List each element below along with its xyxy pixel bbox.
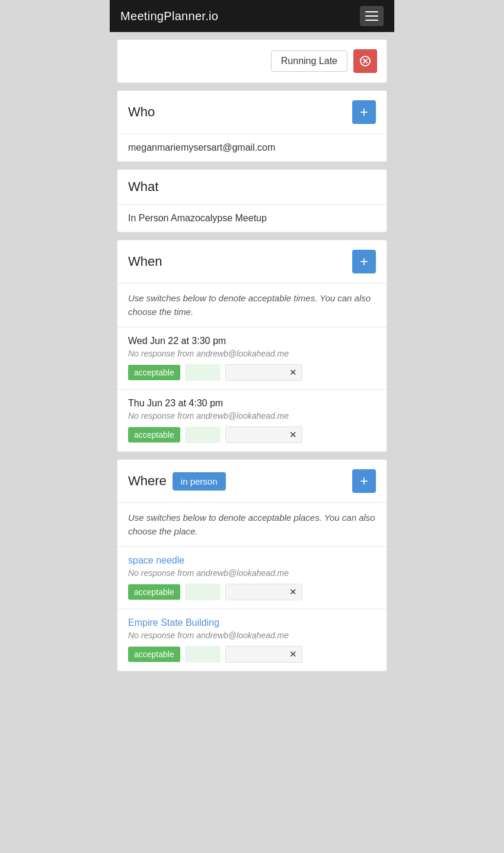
app-header: MeetingPlanner.io bbox=[110, 0, 394, 32]
time-slot-item: Wed Jun 22 at 3:30 pm No response from a… bbox=[117, 327, 387, 389]
who-participant: meganmariemysersart@gmail.com bbox=[128, 142, 275, 152]
toggle-x-icon: ✕ bbox=[289, 587, 297, 597]
who-title: Who bbox=[128, 104, 155, 120]
time-slot-item: Thu Jun 23 at 4:30 pm No response from a… bbox=[117, 389, 387, 451]
time-slot-toggle-row: acceptable ✕ bbox=[128, 364, 376, 381]
toggle-green-button[interactable] bbox=[185, 646, 221, 663]
hamburger-line bbox=[365, 11, 378, 12]
hamburger-line bbox=[365, 20, 378, 21]
when-title: When bbox=[128, 254, 162, 269]
close-running-late-button[interactable] bbox=[353, 49, 377, 73]
hamburger-line bbox=[365, 15, 378, 17]
acceptable-badge: acceptable bbox=[128, 584, 180, 600]
place-response: No response from andrewb@lookahead.me bbox=[128, 568, 376, 578]
place-item: space needle No response from andrewb@lo… bbox=[117, 546, 387, 609]
acceptable-badge: acceptable bbox=[128, 365, 180, 380]
toggle-green-button[interactable] bbox=[185, 426, 221, 443]
place-item: Empire State Building No response from a… bbox=[117, 609, 387, 671]
toggle-unset-button[interactable]: ✕ bbox=[225, 584, 302, 600]
what-section: What In Person Amazocalypse Meetup bbox=[117, 169, 387, 233]
place-name[interactable]: Empire State Building bbox=[128, 618, 376, 628]
time-slot-response: No response from andrewb@lookahead.me bbox=[128, 349, 376, 358]
who-section: Who + meganmariemysersart@gmail.com bbox=[117, 90, 387, 162]
time-slot-datetime: Thu Jun 23 at 4:30 pm bbox=[128, 398, 376, 409]
time-slot-datetime: Wed Jun 22 at 3:30 pm bbox=[128, 336, 376, 346]
where-note: Use switches below to denote acceptable … bbox=[128, 513, 375, 536]
what-title: What bbox=[128, 179, 158, 195]
toggle-unset-button[interactable]: ✕ bbox=[225, 646, 302, 663]
where-title: Where bbox=[128, 473, 167, 489]
place-toggle-row: acceptable ✕ bbox=[128, 584, 376, 600]
what-description: In Person Amazocalypse Meetup bbox=[128, 213, 267, 223]
where-section-header: Where in person + bbox=[117, 460, 387, 503]
who-body: meganmariemysersart@gmail.com bbox=[117, 134, 387, 161]
toggle-x-icon: ✕ bbox=[289, 367, 297, 378]
where-add-button[interactable]: + bbox=[352, 469, 376, 493]
when-section-header: When + bbox=[117, 240, 387, 284]
place-name[interactable]: space needle bbox=[128, 555, 376, 566]
when-add-button[interactable]: + bbox=[352, 250, 376, 273]
time-slot-toggle-row: acceptable ✕ bbox=[128, 426, 376, 443]
when-section: When + Use switches below to denote acce… bbox=[117, 240, 387, 452]
running-late-button[interactable]: Running Late bbox=[271, 50, 347, 72]
time-slot-response: No response from andrewb@lookahead.me bbox=[128, 411, 376, 421]
in-person-button[interactable]: in person bbox=[173, 472, 226, 491]
toggle-x-icon: ✕ bbox=[289, 429, 297, 440]
toggle-green-button[interactable] bbox=[185, 584, 221, 600]
place-response: No response from andrewb@lookahead.me bbox=[128, 631, 376, 640]
toggle-x-icon: ✕ bbox=[289, 649, 297, 660]
when-note: Use switches below to denote acceptable … bbox=[128, 293, 371, 317]
acceptable-badge: acceptable bbox=[128, 647, 180, 662]
toggle-unset-button[interactable]: ✕ bbox=[225, 426, 302, 443]
what-section-header: What bbox=[117, 170, 387, 205]
who-section-header: Who + bbox=[117, 91, 387, 134]
acceptable-badge: acceptable bbox=[128, 427, 180, 443]
what-body: In Person Amazocalypse Meetup bbox=[117, 205, 387, 232]
who-add-button[interactable]: + bbox=[352, 100, 376, 124]
where-body: Use switches below to denote acceptable … bbox=[117, 503, 387, 546]
app-title: MeetingPlanner.io bbox=[120, 9, 218, 23]
menu-button[interactable] bbox=[360, 6, 384, 26]
close-icon bbox=[360, 56, 371, 66]
toggle-unset-button[interactable]: ✕ bbox=[225, 364, 302, 381]
place-toggle-row: acceptable ✕ bbox=[128, 646, 376, 663]
running-late-section: Running Late bbox=[117, 39, 387, 83]
toggle-green-button[interactable] bbox=[185, 364, 221, 381]
when-body: Use switches below to denote acceptable … bbox=[117, 284, 387, 327]
where-section: Where in person + Use switches below to … bbox=[117, 459, 387, 671]
